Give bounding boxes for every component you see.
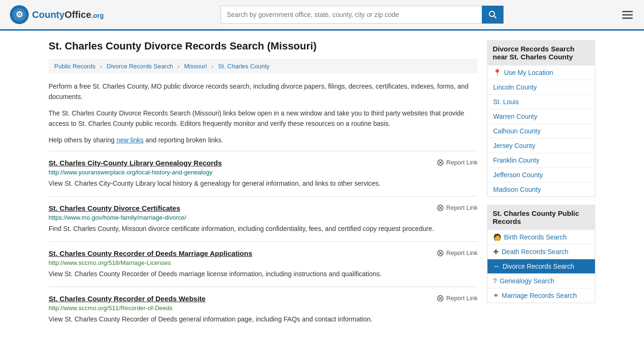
- report-icon: [437, 295, 444, 302]
- sidebar-item-madison[interactable]: Madison County: [487, 182, 595, 197]
- menu-button[interactable]: [620, 9, 635, 21]
- svg-text:⚙: ⚙: [16, 10, 23, 19]
- content-area: St. Charles County Divorce Records Searc…: [49, 40, 478, 332]
- result-url[interactable]: http://www.sccmo.org/511/Recorder-of-Dee…: [49, 304, 478, 312]
- result-desc: View St. Charles County Recorder of Deed…: [49, 269, 478, 279]
- sidebar-public-records-header: St. Charles County Public Records: [487, 205, 595, 230]
- hamburger-line-1: [622, 11, 633, 12]
- report-link-area[interactable]: Report Link: [437, 159, 478, 166]
- search-icon: [488, 10, 497, 19]
- result-item: St. Charles City-County Library Genealog…: [49, 151, 478, 196]
- report-link-area[interactable]: Report Link: [437, 204, 478, 212]
- breadcrumb-missouri[interactable]: Missouri: [184, 63, 207, 70]
- sidebar-nearby-header: Divorce Records Search near St. Charles …: [487, 40, 595, 66]
- report-label: Report Link: [446, 159, 478, 166]
- result-title[interactable]: St. Charles City-County Library Genealog…: [49, 159, 222, 167]
- page-title: St. Charles County Divorce Records Searc…: [49, 40, 478, 52]
- result-desc: View St. Charles City-County Library loc…: [49, 179, 478, 189]
- result-item: St. Charles County Recorder of Deeds Mar…: [49, 241, 478, 287]
- hamburger-line-2: [622, 14, 633, 16]
- result-url[interactable]: https://www.mo.gov/home-family/marriage-…: [49, 214, 478, 221]
- main-container: St. Charles County Divorce Records Searc…: [39, 31, 605, 341]
- desc3-prefix: Help others by sharing: [49, 136, 116, 144]
- result-url[interactable]: http://www.youranswerplace.org/local-his…: [49, 169, 478, 176]
- description-3: Help others by sharing new links and rep…: [49, 135, 478, 145]
- report-label: Report Link: [446, 204, 478, 211]
- result-header: St. Charles County Divorce Certificates …: [49, 204, 478, 212]
- result-title[interactable]: St. Charles County Recorder of Deeds Mar…: [49, 249, 252, 257]
- result-url[interactable]: http://www.sccmo.org/518/Marriage-Licens…: [49, 259, 478, 266]
- description-1: Perform a free St. Charles County, MO pu…: [49, 81, 478, 102]
- breadcrumb-divorce-records[interactable]: Divorce Records Search: [107, 63, 173, 70]
- location-pin-icon: 📍: [493, 69, 501, 76]
- rings-icon: ⚭: [493, 292, 499, 299]
- sidebar-nearby-section: Divorce Records Search near St. Charles …: [487, 40, 595, 197]
- sidebar-item-death[interactable]: ✚ Death Records Search: [487, 245, 595, 259]
- sidebar-item-jersey[interactable]: Jersey County: [487, 139, 595, 153]
- result-header: St. Charles County Recorder of Deeds Web…: [49, 295, 478, 303]
- report-icon: [437, 249, 444, 257]
- sidebar-public-records-list: 🧑 Birth Records Search ✚ Death Records S…: [487, 230, 595, 303]
- sidebar-item-franklin[interactable]: Franklin County: [487, 153, 595, 168]
- person-icon: 🧑: [493, 233, 501, 241]
- result-desc: Find St. Charles County, Missouri divorc…: [49, 224, 478, 234]
- result-desc: View St. Charles County Recorder of Deed…: [49, 314, 478, 324]
- sidebar-item-birth[interactable]: 🧑 Birth Records Search: [487, 230, 595, 245]
- logo-text: CountyOffice.org: [32, 9, 104, 20]
- sidebar-public-records-section: St. Charles County Public Records 🧑 Birt…: [487, 205, 595, 303]
- sidebar-item-calhoun[interactable]: Calhoun County: [487, 124, 595, 139]
- description-2: The St. Charles County Divorce Records S…: [49, 108, 478, 129]
- sidebar-item-lincoln[interactable]: Lincoln County: [487, 80, 595, 95]
- arrows-icon: ↔: [493, 263, 500, 270]
- report-label: Report Link: [446, 249, 478, 256]
- breadcrumb: Public Records › Divorce Records Search …: [49, 59, 478, 74]
- new-links-link[interactable]: new links: [116, 136, 144, 144]
- breadcrumb-st-charles[interactable]: St. Charles County: [218, 63, 270, 70]
- result-header: St. Charles County Recorder of Deeds Mar…: [49, 249, 478, 257]
- result-header: St. Charles City-County Library Genealog…: [49, 159, 478, 167]
- desc3-suffix: and reporting broken links.: [144, 136, 223, 144]
- hamburger-line-3: [622, 17, 633, 19]
- breadcrumb-public-records[interactable]: Public Records: [54, 63, 95, 70]
- search-button[interactable]: [482, 6, 504, 24]
- sidebar-item-jefferson[interactable]: Jefferson County: [487, 168, 595, 182]
- result-title[interactable]: St. Charles County Recorder of Deeds Web…: [49, 295, 206, 303]
- sidebar-item-stlouis[interactable]: St. Louis: [487, 95, 595, 109]
- report-icon: [437, 204, 444, 212]
- header: ⚙ CountyOffice.org: [0, 0, 644, 31]
- result-item: St. Charles County Divorce Certificates …: [49, 196, 478, 241]
- result-title[interactable]: St. Charles County Divorce Certificates: [49, 204, 180, 212]
- question-icon: ?: [493, 277, 497, 285]
- search-area: [221, 6, 504, 24]
- sidebar-item-genealogy[interactable]: ? Genealogy Search: [487, 274, 595, 288]
- sidebar-use-location[interactable]: 📍 Use My Location: [487, 66, 595, 80]
- report-icon: [437, 159, 444, 166]
- search-input[interactable]: [221, 6, 482, 24]
- result-item: St. Charles County Recorder of Deeds Web…: [49, 287, 478, 332]
- svg-line-4: [494, 16, 496, 18]
- report-label: Report Link: [446, 295, 478, 302]
- sidebar-nearby-list: 📍 Use My Location Lincoln County St. Lou…: [487, 66, 595, 197]
- use-my-location-link[interactable]: Use My Location: [504, 69, 553, 76]
- results-list: St. Charles City-County Library Genealog…: [49, 151, 478, 332]
- logo-area: ⚙ CountyOffice.org: [9, 5, 104, 25]
- sidebar-item-warren[interactable]: Warren County: [487, 109, 595, 124]
- cross-icon: ✚: [493, 248, 499, 255]
- report-link-area[interactable]: Report Link: [437, 249, 478, 257]
- sidebar-item-marriage[interactable]: ⚭ Marriage Records Search: [487, 288, 595, 303]
- sidebar: Divorce Records Search near St. Charles …: [487, 40, 595, 332]
- sidebar-item-divorce[interactable]: ↔ Divorce Records Search: [487, 259, 595, 274]
- logo-icon: ⚙: [9, 5, 29, 25]
- report-link-area[interactable]: Report Link: [437, 295, 478, 302]
